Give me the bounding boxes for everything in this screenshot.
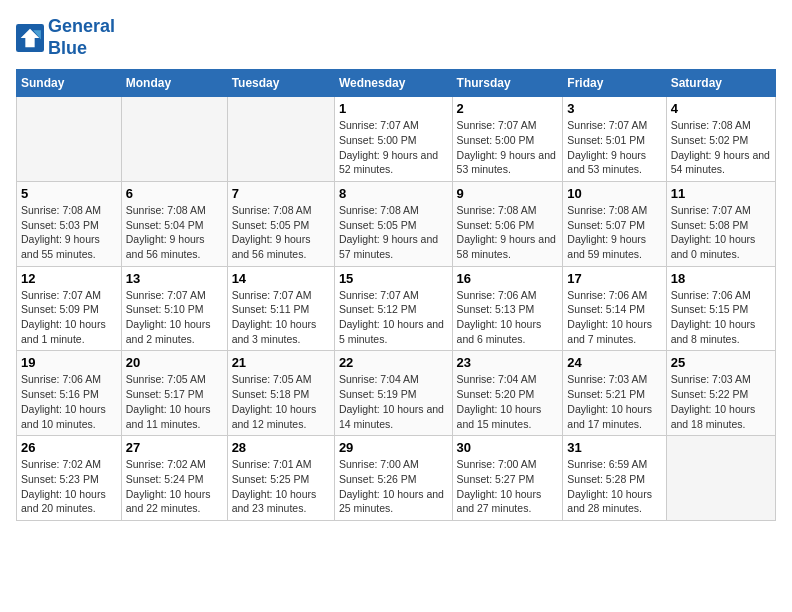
day-info: Sunrise: 7:02 AM Sunset: 5:24 PM Dayligh…: [126, 457, 223, 516]
day-number: 2: [457, 101, 559, 116]
day-info: Sunrise: 7:02 AM Sunset: 5:23 PM Dayligh…: [21, 457, 117, 516]
calendar-cell: 16 Sunrise: 7:06 AM Sunset: 5:13 PM Dayl…: [452, 266, 563, 351]
calendar-cell: 22 Sunrise: 7:04 AM Sunset: 5:19 PM Dayl…: [334, 351, 452, 436]
calendar-cell: [666, 436, 775, 521]
day-number: 15: [339, 271, 448, 286]
day-info: Sunrise: 7:03 AM Sunset: 5:21 PM Dayligh…: [567, 372, 661, 431]
calendar-week-2: 5 Sunrise: 7:08 AM Sunset: 5:03 PM Dayli…: [17, 181, 776, 266]
calendar-cell: 18 Sunrise: 7:06 AM Sunset: 5:15 PM Dayl…: [666, 266, 775, 351]
day-info: Sunrise: 7:04 AM Sunset: 5:19 PM Dayligh…: [339, 372, 448, 431]
calendar-cell: 8 Sunrise: 7:08 AM Sunset: 5:05 PM Dayli…: [334, 181, 452, 266]
calendar-cell: 15 Sunrise: 7:07 AM Sunset: 5:12 PM Dayl…: [334, 266, 452, 351]
day-number: 14: [232, 271, 330, 286]
day-header-sunday: Sunday: [17, 70, 122, 97]
day-info: Sunrise: 7:08 AM Sunset: 5:06 PM Dayligh…: [457, 203, 559, 262]
day-number: 5: [21, 186, 117, 201]
day-number: 6: [126, 186, 223, 201]
calendar-table: SundayMondayTuesdayWednesdayThursdayFrid…: [16, 69, 776, 521]
calendar-cell: 17 Sunrise: 7:06 AM Sunset: 5:14 PM Dayl…: [563, 266, 666, 351]
calendar-cell: 30 Sunrise: 7:00 AM Sunset: 5:27 PM Dayl…: [452, 436, 563, 521]
day-number: 7: [232, 186, 330, 201]
day-info: Sunrise: 7:08 AM Sunset: 5:04 PM Dayligh…: [126, 203, 223, 262]
day-number: 11: [671, 186, 771, 201]
day-info: Sunrise: 7:06 AM Sunset: 5:16 PM Dayligh…: [21, 372, 117, 431]
calendar-cell: 4 Sunrise: 7:08 AM Sunset: 5:02 PM Dayli…: [666, 97, 775, 182]
day-number: 13: [126, 271, 223, 286]
day-info: Sunrise: 7:07 AM Sunset: 5:00 PM Dayligh…: [457, 118, 559, 177]
calendar-week-1: 1 Sunrise: 7:07 AM Sunset: 5:00 PM Dayli…: [17, 97, 776, 182]
day-header-saturday: Saturday: [666, 70, 775, 97]
calendar-cell: 5 Sunrise: 7:08 AM Sunset: 5:03 PM Dayli…: [17, 181, 122, 266]
day-info: Sunrise: 7:07 AM Sunset: 5:10 PM Dayligh…: [126, 288, 223, 347]
day-info: Sunrise: 7:08 AM Sunset: 5:05 PM Dayligh…: [339, 203, 448, 262]
day-header-friday: Friday: [563, 70, 666, 97]
calendar-cell: 13 Sunrise: 7:07 AM Sunset: 5:10 PM Dayl…: [121, 266, 227, 351]
calendar-cell: 6 Sunrise: 7:08 AM Sunset: 5:04 PM Dayli…: [121, 181, 227, 266]
calendar-cell: 31 Sunrise: 6:59 AM Sunset: 5:28 PM Dayl…: [563, 436, 666, 521]
calendar-cell: [17, 97, 122, 182]
day-number: 25: [671, 355, 771, 370]
day-info: Sunrise: 7:00 AM Sunset: 5:27 PM Dayligh…: [457, 457, 559, 516]
day-info: Sunrise: 7:07 AM Sunset: 5:11 PM Dayligh…: [232, 288, 330, 347]
logo-text: General Blue: [48, 16, 115, 59]
calendar-body: 1 Sunrise: 7:07 AM Sunset: 5:00 PM Dayli…: [17, 97, 776, 521]
calendar-cell: 3 Sunrise: 7:07 AM Sunset: 5:01 PM Dayli…: [563, 97, 666, 182]
calendar-cell: 14 Sunrise: 7:07 AM Sunset: 5:11 PM Dayl…: [227, 266, 334, 351]
calendar-cell: [227, 97, 334, 182]
day-header-monday: Monday: [121, 70, 227, 97]
day-header-thursday: Thursday: [452, 70, 563, 97]
day-info: Sunrise: 7:07 AM Sunset: 5:00 PM Dayligh…: [339, 118, 448, 177]
day-number: 20: [126, 355, 223, 370]
calendar-cell: 27 Sunrise: 7:02 AM Sunset: 5:24 PM Dayl…: [121, 436, 227, 521]
calendar-cell: 25 Sunrise: 7:03 AM Sunset: 5:22 PM Dayl…: [666, 351, 775, 436]
day-number: 16: [457, 271, 559, 286]
day-info: Sunrise: 7:01 AM Sunset: 5:25 PM Dayligh…: [232, 457, 330, 516]
day-number: 4: [671, 101, 771, 116]
calendar-cell: 9 Sunrise: 7:08 AM Sunset: 5:06 PM Dayli…: [452, 181, 563, 266]
day-number: 30: [457, 440, 559, 455]
calendar-cell: [121, 97, 227, 182]
day-info: Sunrise: 7:06 AM Sunset: 5:13 PM Dayligh…: [457, 288, 559, 347]
calendar-cell: 29 Sunrise: 7:00 AM Sunset: 5:26 PM Dayl…: [334, 436, 452, 521]
day-number: 10: [567, 186, 661, 201]
calendar-cell: 26 Sunrise: 7:02 AM Sunset: 5:23 PM Dayl…: [17, 436, 122, 521]
calendar-cell: 11 Sunrise: 7:07 AM Sunset: 5:08 PM Dayl…: [666, 181, 775, 266]
day-number: 23: [457, 355, 559, 370]
day-info: Sunrise: 7:06 AM Sunset: 5:15 PM Dayligh…: [671, 288, 771, 347]
day-info: Sunrise: 7:07 AM Sunset: 5:01 PM Dayligh…: [567, 118, 661, 177]
day-number: 8: [339, 186, 448, 201]
day-info: Sunrise: 7:08 AM Sunset: 5:02 PM Dayligh…: [671, 118, 771, 177]
day-info: Sunrise: 7:03 AM Sunset: 5:22 PM Dayligh…: [671, 372, 771, 431]
calendar-cell: 23 Sunrise: 7:04 AM Sunset: 5:20 PM Dayl…: [452, 351, 563, 436]
day-number: 31: [567, 440, 661, 455]
calendar-week-4: 19 Sunrise: 7:06 AM Sunset: 5:16 PM Dayl…: [17, 351, 776, 436]
day-number: 29: [339, 440, 448, 455]
page-header: General Blue: [16, 16, 776, 59]
calendar-week-5: 26 Sunrise: 7:02 AM Sunset: 5:23 PM Dayl…: [17, 436, 776, 521]
day-number: 26: [21, 440, 117, 455]
day-number: 9: [457, 186, 559, 201]
day-number: 19: [21, 355, 117, 370]
day-info: Sunrise: 7:08 AM Sunset: 5:07 PM Dayligh…: [567, 203, 661, 262]
calendar-cell: 7 Sunrise: 7:08 AM Sunset: 5:05 PM Dayli…: [227, 181, 334, 266]
day-number: 12: [21, 271, 117, 286]
day-number: 1: [339, 101, 448, 116]
day-header-tuesday: Tuesday: [227, 70, 334, 97]
day-info: Sunrise: 7:06 AM Sunset: 5:14 PM Dayligh…: [567, 288, 661, 347]
calendar-header-row: SundayMondayTuesdayWednesdayThursdayFrid…: [17, 70, 776, 97]
calendar-cell: 1 Sunrise: 7:07 AM Sunset: 5:00 PM Dayli…: [334, 97, 452, 182]
calendar-cell: 2 Sunrise: 7:07 AM Sunset: 5:00 PM Dayli…: [452, 97, 563, 182]
day-number: 28: [232, 440, 330, 455]
day-number: 18: [671, 271, 771, 286]
logo: General Blue: [16, 16, 115, 59]
day-info: Sunrise: 7:08 AM Sunset: 5:05 PM Dayligh…: [232, 203, 330, 262]
day-info: Sunrise: 6:59 AM Sunset: 5:28 PM Dayligh…: [567, 457, 661, 516]
calendar-cell: 10 Sunrise: 7:08 AM Sunset: 5:07 PM Dayl…: [563, 181, 666, 266]
calendar-cell: 21 Sunrise: 7:05 AM Sunset: 5:18 PM Dayl…: [227, 351, 334, 436]
calendar-cell: 19 Sunrise: 7:06 AM Sunset: 5:16 PM Dayl…: [17, 351, 122, 436]
day-number: 24: [567, 355, 661, 370]
day-number: 17: [567, 271, 661, 286]
day-info: Sunrise: 7:05 AM Sunset: 5:17 PM Dayligh…: [126, 372, 223, 431]
calendar-cell: 12 Sunrise: 7:07 AM Sunset: 5:09 PM Dayl…: [17, 266, 122, 351]
day-number: 21: [232, 355, 330, 370]
